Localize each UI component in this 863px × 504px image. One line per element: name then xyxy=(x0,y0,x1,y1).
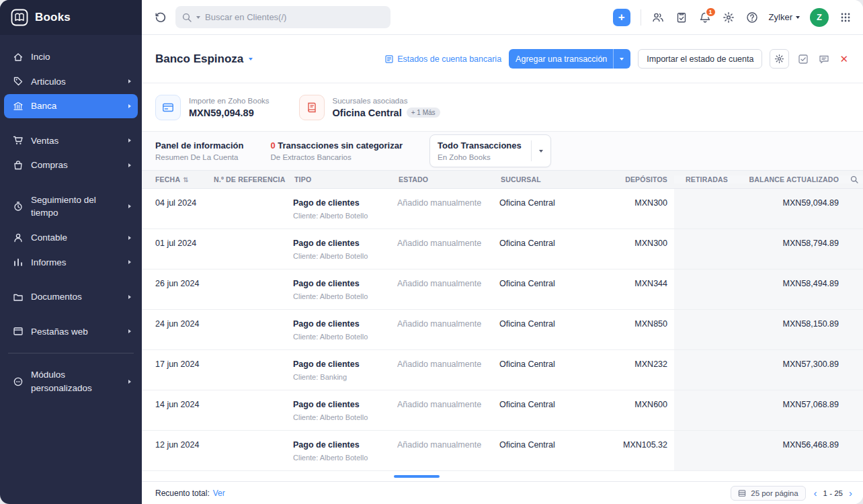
sidebar-item-modulos-personalizados[interactable]: Módulos personalizados xyxy=(4,363,138,400)
sidebar-item-documentos[interactable]: Documentos xyxy=(4,285,138,309)
sidebar-item-pestanas-web[interactable]: Pestañas web xyxy=(4,320,138,344)
tab-all-transactions-select[interactable]: Todo Transacciones En Zoho Books xyxy=(429,134,551,167)
tasks-button[interactable] xyxy=(675,11,688,24)
cell-customer: Cliente: Alberto Botello xyxy=(293,454,397,462)
table-row[interactable]: 12 jun 2024 Pago de clientes Cliente: Al… xyxy=(142,431,863,471)
cell-withdrawal xyxy=(674,390,735,430)
page-header: Banco Espinoza Estados de cuenta bancari… xyxy=(142,35,863,83)
cell-reference xyxy=(212,390,293,430)
bag-icon xyxy=(13,160,24,171)
close-button[interactable]: ✕ xyxy=(838,53,850,65)
header-estado[interactable]: ESTADO xyxy=(397,175,499,183)
header-referencia[interactable]: N.º DE REFERENCIA xyxy=(212,175,293,183)
sidebar-item-contable[interactable]: Contable xyxy=(4,226,138,250)
bank-statements-link[interactable]: Estados de cuenta bancaria xyxy=(384,54,501,64)
amount-value: MXN59,094.89 xyxy=(189,108,270,118)
header-sucursal[interactable]: SUCURSAL xyxy=(499,175,610,183)
clock-icon xyxy=(13,201,24,212)
table-row[interactable]: 24 jun 2024 Pago de clientes Cliente: Al… xyxy=(142,310,863,350)
cell-date: 01 jul 2024 xyxy=(142,229,212,269)
feedback-button[interactable] xyxy=(817,52,831,66)
help-button[interactable] xyxy=(745,11,759,24)
global-search[interactable] xyxy=(175,6,391,28)
table-row[interactable]: 04 jul 2024 Pago de clientes Cliente: Al… xyxy=(142,189,863,229)
chevron-right-icon xyxy=(128,329,131,333)
table-row[interactable]: 14 jun 2024 Pago de clientes Cliente: Al… xyxy=(142,390,863,431)
header-fecha[interactable]: FECHA ⇅ xyxy=(142,175,212,183)
header-balance[interactable]: BALANCE ACTUALIZADO xyxy=(735,175,846,183)
cell-type: Pago de clientes Cliente: Alberto Botell… xyxy=(293,189,397,228)
search-input[interactable] xyxy=(205,12,384,22)
recent-activity-button[interactable] xyxy=(154,11,167,24)
sidebar-item-articulos[interactable]: Articulos xyxy=(4,70,138,94)
account-selector[interactable]: Banco Espinoza xyxy=(155,52,253,66)
header-tipo[interactable]: TIPO xyxy=(293,175,397,183)
search-scope-caret-icon[interactable] xyxy=(196,16,200,19)
table-search-button[interactable] xyxy=(846,175,863,183)
cell-reference xyxy=(212,350,293,390)
sidebar-item-compras[interactable]: Compras xyxy=(4,153,138,177)
cell-balance: MXN58,794.89 xyxy=(735,229,846,269)
cell-withdrawal xyxy=(674,350,735,390)
cell-balance: MXN58,494.89 xyxy=(735,269,846,309)
apps-grid-button[interactable] xyxy=(839,11,852,24)
close-icon: ✕ xyxy=(839,53,848,65)
page-range: 1 - 25 xyxy=(823,489,843,497)
sidebar-item-banca[interactable]: Banca xyxy=(4,94,138,118)
gear-icon xyxy=(774,54,784,64)
import-statement-button[interactable]: Importar el estado de cuenta xyxy=(638,49,762,69)
sidebar: Books Incio Articulos Banca Ventas Compr… xyxy=(0,0,142,504)
cell-actions xyxy=(846,189,863,228)
account-settings-button[interactable] xyxy=(770,49,789,69)
topbar-actions: + 1 xyxy=(613,8,852,27)
header-retiradas[interactable]: RETIRADAS xyxy=(674,175,735,183)
sidebar-item-label: Banca xyxy=(31,99,121,113)
cell-deposit: MXN850 xyxy=(610,310,674,349)
sidebar-item-ventas[interactable]: Ventas xyxy=(4,129,138,153)
view-total-link[interactable]: Ver xyxy=(213,489,225,498)
sidebar-item-label: Documentos xyxy=(31,290,121,304)
chevron-right-icon xyxy=(128,295,131,299)
add-transaction-dropdown[interactable] xyxy=(613,49,624,69)
table-row[interactable]: 17 jun 2024 Pago de clientes Cliente: Ba… xyxy=(142,350,863,390)
users-button[interactable] xyxy=(651,11,665,24)
tab-uncategorized[interactable]: 0 Transacciones sin categorizar De Extra… xyxy=(270,140,403,161)
cell-type: Pago de clientes Cliente: Alberto Botell… xyxy=(293,390,397,430)
cell-actions xyxy=(846,390,863,430)
content: Banco Espinoza Estados de cuenta bancari… xyxy=(142,35,863,504)
chevron-down-icon xyxy=(796,16,800,19)
chevron-right-icon xyxy=(128,380,131,384)
more-branches-badge[interactable]: + 1 Más xyxy=(407,108,440,118)
cell-status: Añadido manualmente xyxy=(397,350,499,390)
table-row[interactable]: 01 jul 2024 Pago de clientes Cliente: Al… xyxy=(142,229,863,269)
app-logo[interactable]: Books xyxy=(0,0,142,35)
quick-create-button[interactable]: + xyxy=(613,9,630,26)
next-page-button[interactable]: › xyxy=(849,488,852,498)
sidebar-item-seguimiento-del-tiempo[interactable]: Seguimiento del tiempo xyxy=(4,188,138,225)
table-row[interactable]: 26 jun 2024 Pago de clientes Cliente: Al… xyxy=(142,269,863,310)
per-page-selector[interactable]: 25 por página xyxy=(731,486,805,501)
app-name: Books xyxy=(35,11,71,24)
sidebar-item-informes[interactable]: Informes xyxy=(4,251,138,275)
chevron-right-icon xyxy=(128,236,131,240)
cell-type: Pago de clientes Cliente: Alberto Botell… xyxy=(293,269,397,309)
sidebar-item-inicio[interactable]: Incio xyxy=(4,45,138,69)
chevron-right-icon xyxy=(128,204,131,208)
header-depositos[interactable]: DEPÓSITOS xyxy=(610,175,674,183)
tab-dashboard[interactable]: Panel de información Resumen De La Cuent… xyxy=(155,140,243,161)
horizontal-scrollbar[interactable] xyxy=(394,475,440,478)
add-transaction-button[interactable]: Agregar una transacción xyxy=(509,49,630,69)
page-header-actions: Estados de cuenta bancaria Agregar una t… xyxy=(384,49,850,69)
search-icon xyxy=(850,175,858,183)
chevron-down-icon xyxy=(620,58,624,60)
select-columns-button[interactable] xyxy=(796,52,810,66)
cell-date: 12 jun 2024 xyxy=(142,431,212,470)
settings-button[interactable] xyxy=(722,11,735,24)
user-avatar[interactable]: Z xyxy=(810,8,829,27)
sort-icon[interactable]: ⇅ xyxy=(183,176,189,183)
prev-page-button[interactable]: ‹ xyxy=(814,488,817,498)
cell-actions xyxy=(846,350,863,390)
org-switcher[interactable]: Zylker xyxy=(769,12,800,22)
notification-count-badge: 1 xyxy=(705,7,716,18)
tag-icon xyxy=(13,76,24,87)
